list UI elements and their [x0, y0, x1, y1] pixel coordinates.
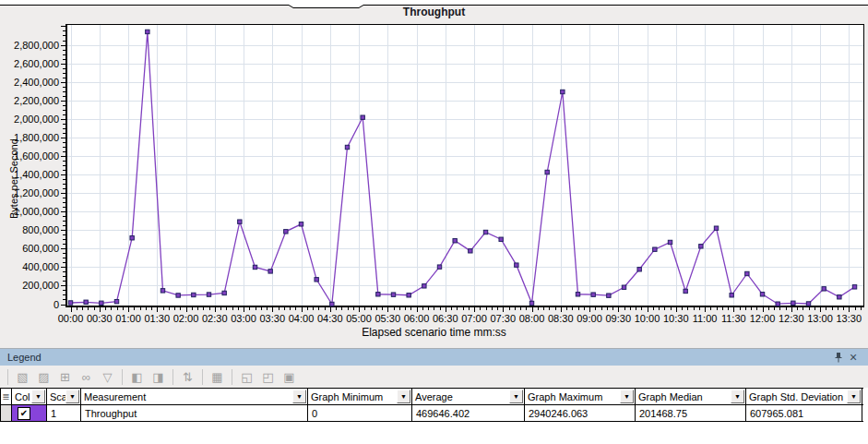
toolbar-separator: [202, 369, 203, 385]
svg-text:01:30: 01:30: [144, 313, 170, 324]
toolbar-separator: [7, 369, 8, 385]
toolbar-separator: [122, 369, 123, 385]
svg-text:12:30: 12:30: [779, 313, 804, 324]
svg-text:10:00: 10:00: [635, 313, 660, 324]
pin-button[interactable]: [831, 351, 846, 364]
row-gutter: [0, 405, 12, 421]
checkmark-icon: ✔: [20, 409, 28, 418]
column-header-scale[interactable]: Scale ▼: [47, 389, 81, 404]
toolbar-separator: [232, 369, 232, 385]
column-header-graph-maximum[interactable]: Graph Maximum ▼: [525, 389, 636, 404]
svg-text:11:30: 11:30: [721, 313, 746, 324]
svg-text:09:30: 09:30: [606, 313, 632, 324]
svg-text:1,400,000: 1,400,000: [14, 169, 59, 180]
toolbar-separator: [172, 369, 173, 385]
auto-scale-icon[interactable]: ◨: [149, 369, 167, 385]
graph-median-dropdown-button[interactable]: ▼: [731, 390, 744, 403]
column-chooser-button[interactable]: ≣: [0, 389, 12, 404]
x-tick-labels: 00:0000:3001:0001:3002:0002:3003:0003:30…: [58, 313, 862, 324]
svg-text:400,000: 400,000: [22, 261, 59, 272]
svg-text:06:30: 06:30: [433, 313, 458, 324]
svg-text:1,000,000: 1,000,000: [14, 206, 59, 217]
filter-measurement-icon[interactable]: ▽: [99, 369, 116, 385]
scale-measurement-icon[interactable]: ◧: [128, 369, 146, 385]
column-chooser-icon: ≣: [2, 391, 9, 402]
graph-std-deviation-dropdown-button[interactable]: ▼: [847, 390, 861, 403]
x-axis-title: Elapsed scenario time mm:ss: [0, 326, 868, 339]
legend-title: Legend: [7, 352, 42, 363]
pin-icon: [834, 352, 843, 363]
svg-text:200,000: 200,000: [22, 280, 59, 291]
hide-measurement-icon[interactable]: ▧: [14, 369, 31, 385]
graph-minimum-dropdown-button[interactable]: ▼: [397, 390, 410, 403]
col-dropdown-button[interactable]: ▼: [31, 390, 45, 403]
svg-text:00:30: 00:30: [87, 313, 113, 324]
close-button[interactable]: ×: [846, 351, 861, 364]
copy-icon[interactable]: ◱: [238, 369, 256, 385]
scale-dropdown-button[interactable]: ▼: [65, 390, 79, 403]
measurement-value: Throughput: [81, 405, 308, 421]
throughput-chart: 0200,000400,000600,000800,0001,000,0001,…: [0, 5, 868, 347]
svg-text:0: 0: [54, 299, 59, 310]
legend-table-header: ≣ Col ▼ Scale ▼ Measurement ▼ Graph Mini…: [0, 388, 863, 405]
svg-text:06:00: 06:00: [404, 313, 430, 324]
legend-titlebar: Legend ×: [0, 349, 868, 366]
svg-text:1,200,000: 1,200,000: [14, 187, 59, 198]
svg-text:07:30: 07:30: [490, 313, 516, 324]
close-icon: ×: [850, 351, 857, 364]
save-icon[interactable]: ▣: [280, 369, 298, 385]
x-axis-line: [65, 306, 864, 307]
column-header-graph-minimum[interactable]: Graph Minimum ▼: [308, 389, 412, 404]
measurement-description-icon[interactable]: ∞: [77, 369, 95, 385]
svg-text:05:30: 05:30: [375, 313, 400, 324]
column-header-col[interactable]: Col ▼: [12, 389, 47, 404]
graph-median-value: 201468.75: [636, 405, 746, 421]
svg-text:2,400,000: 2,400,000: [14, 77, 59, 88]
svg-text:2,800,000: 2,800,000: [14, 40, 59, 51]
y-tick-labels: 0200,000400,000600,000800,0001,000,0001,…: [14, 40, 59, 310]
paste-icon[interactable]: ◰: [259, 369, 277, 385]
svg-text:12:00: 12:00: [750, 313, 776, 324]
svg-text:07:00: 07:00: [461, 313, 487, 324]
svg-text:2,000,000: 2,000,000: [14, 114, 59, 125]
show-measurement-icon[interactable]: ▨: [35, 369, 53, 385]
legend-panel: Legend × ▧▨⊞∞▽◧◨⇅▦◱◰▣ ≣ Col: [0, 348, 868, 444]
svg-text:13:00: 13:00: [807, 313, 833, 324]
graph-minimum-value: 0: [308, 405, 412, 421]
scale-value: 1: [47, 405, 81, 421]
legend-table: ≣ Col ▼ Scale ▼ Measurement ▼ Graph Mini…: [0, 388, 868, 444]
svg-text:2,600,000: 2,600,000: [14, 58, 59, 69]
svg-text:13:30: 13:30: [837, 313, 862, 324]
graph-std-deviation-value: 607965.081: [746, 405, 862, 421]
column-header-graph-median[interactable]: Graph Median ▼: [636, 389, 746, 404]
show-measurement-checkbox[interactable]: ✔: [18, 407, 30, 420]
measurement-row[interactable]: ✔ 1 Throughput 0 469646.402 2940246.063 …: [0, 405, 863, 422]
column-header-average[interactable]: Average ▼: [412, 389, 525, 404]
svg-text:09:00: 09:00: [577, 313, 602, 324]
measurement-dropdown-button[interactable]: ▼: [292, 390, 306, 403]
svg-text:2,200,000: 2,200,000: [14, 95, 59, 106]
graph-maximum-value: 2940246.063: [525, 405, 636, 421]
svg-text:600,000: 600,000: [22, 243, 59, 254]
svg-text:08:30: 08:30: [548, 313, 574, 324]
sort-measurements-icon[interactable]: ⇅: [179, 369, 196, 385]
column-header-measurement[interactable]: Measurement ▼: [81, 389, 308, 404]
configure-columns-icon[interactable]: ▦: [208, 369, 226, 385]
analysis-graph-view: Throughput Bytes per Second 0200,000400,…: [0, 0, 868, 444]
column-header-graph-std-deviation[interactable]: Graph Std. Deviation ▼: [746, 389, 862, 404]
svg-text:00:00: 00:00: [58, 313, 84, 324]
svg-text:04:30: 04:30: [317, 313, 343, 324]
svg-text:1,600,000: 1,600,000: [14, 150, 59, 162]
graph-maximum-dropdown-button[interactable]: ▼: [620, 390, 634, 403]
svg-text:03:00: 03:00: [231, 313, 256, 324]
add-measurement-icon[interactable]: ⊞: [56, 369, 74, 385]
svg-text:01:00: 01:00: [115, 313, 141, 324]
average-dropdown-button[interactable]: ▼: [509, 390, 523, 403]
svg-text:05:00: 05:00: [346, 313, 372, 324]
svg-text:1,800,000: 1,800,000: [14, 132, 59, 143]
series-color-cell: ✔: [12, 405, 47, 421]
svg-text:11:00: 11:00: [693, 313, 718, 324]
svg-text:02:30: 02:30: [202, 313, 228, 324]
svg-text:10:30: 10:30: [663, 313, 689, 324]
svg-text:08:00: 08:00: [519, 313, 545, 324]
